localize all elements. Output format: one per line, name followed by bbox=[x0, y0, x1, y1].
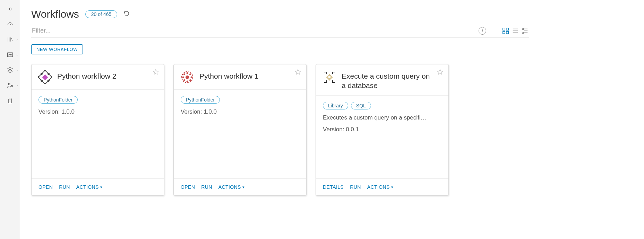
list-icon bbox=[512, 27, 519, 35]
card-grid: Python workflow 2 PythonFolder Version: … bbox=[31, 64, 529, 196]
filter-input[interactable] bbox=[31, 26, 474, 36]
card-header: Execute a custom query on a database bbox=[316, 64, 448, 96]
activity-icon bbox=[7, 51, 14, 58]
favorite-button[interactable] bbox=[294, 69, 301, 77]
workflow-card: Execute a custom query on a database Lib… bbox=[316, 64, 449, 196]
workflow-icon bbox=[38, 70, 52, 85]
view-list-button[interactable] bbox=[512, 27, 519, 35]
info-icon[interactable]: i bbox=[479, 27, 486, 35]
view-toggles bbox=[502, 27, 529, 35]
view-tree-button[interactable] bbox=[521, 27, 529, 35]
card-version: Version: 1.0.0 bbox=[38, 108, 157, 115]
sidebar: › › › › bbox=[0, 0, 20, 239]
svg-point-35 bbox=[183, 79, 185, 81]
svg-point-27 bbox=[186, 76, 189, 79]
svg-point-2 bbox=[8, 83, 10, 85]
chevrons-right-icon bbox=[7, 6, 13, 12]
svg-rect-11 bbox=[522, 28, 524, 29]
nav-inventory[interactable] bbox=[0, 93, 20, 108]
tag[interactable]: SQL bbox=[351, 102, 371, 109]
svg-point-32 bbox=[189, 73, 191, 75]
svg-rect-7 bbox=[506, 31, 508, 33]
filter-row: i bbox=[31, 26, 529, 37]
workflow-card: Python workflow 1 PythonFolder Version: … bbox=[173, 64, 307, 196]
svg-point-31 bbox=[191, 77, 192, 78]
card-body: PythonFolder Version: 1.0.0 bbox=[174, 90, 306, 178]
right-spacer bbox=[540, 0, 644, 239]
svg-point-34 bbox=[189, 79, 191, 81]
main-content: Workflows 20 of 465 i NEW WORKFLOW bbox=[20, 0, 540, 239]
chevron-down-icon: ▾ bbox=[100, 185, 102, 189]
tag[interactable]: PythonFolder bbox=[181, 96, 220, 104]
view-grid-button[interactable] bbox=[502, 27, 509, 35]
card-footer: OPEN RUN ACTIONS ▾ bbox=[174, 178, 306, 195]
nav-dashboard[interactable] bbox=[0, 17, 20, 32]
grid-icon bbox=[502, 27, 509, 35]
card-body: PythonFolder Version: 1.0.0 bbox=[32, 90, 164, 178]
chevron-right-icon: › bbox=[17, 68, 18, 72]
tag[interactable]: PythonFolder bbox=[38, 96, 78, 104]
star-icon bbox=[152, 69, 159, 76]
details-button[interactable]: DETAILS bbox=[323, 184, 344, 190]
card-footer: OPEN RUN ACTIONS ▾ bbox=[32, 178, 164, 195]
actions-label: ACTIONS bbox=[76, 184, 99, 190]
favorite-button[interactable] bbox=[152, 69, 159, 77]
workflow-card: Python workflow 2 PythonFolder Version: … bbox=[31, 64, 164, 196]
svg-rect-5 bbox=[506, 28, 508, 30]
favorite-button[interactable] bbox=[437, 69, 444, 77]
svg-point-30 bbox=[182, 77, 184, 78]
run-button[interactable]: RUN bbox=[350, 184, 361, 190]
actions-menu-button[interactable]: ACTIONS ▾ bbox=[367, 184, 393, 190]
tag-list: PythonFolder bbox=[181, 96, 299, 104]
tag[interactable]: Library bbox=[323, 102, 348, 109]
run-button[interactable]: RUN bbox=[59, 184, 70, 190]
card-version: Version: 0.0.1 bbox=[323, 126, 441, 133]
stack-icon bbox=[7, 67, 14, 73]
svg-rect-1 bbox=[7, 53, 12, 57]
gauge-icon bbox=[7, 21, 14, 28]
refresh-button[interactable] bbox=[123, 10, 130, 18]
actions-label: ACTIONS bbox=[218, 184, 241, 190]
actions-menu-button[interactable]: ACTIONS ▾ bbox=[76, 184, 102, 190]
card-title: Python workflow 1 bbox=[199, 70, 265, 81]
svg-rect-12 bbox=[522, 32, 524, 33]
card-title: Python workflow 2 bbox=[57, 70, 123, 81]
actions-menu-button[interactable]: ACTIONS ▾ bbox=[218, 184, 244, 190]
nav-assets[interactable]: › bbox=[0, 62, 20, 78]
workflow-icon bbox=[180, 70, 195, 85]
chevron-down-icon: ▾ bbox=[391, 185, 393, 189]
actions-label: ACTIONS bbox=[367, 184, 390, 190]
tag-list: PythonFolder bbox=[38, 96, 157, 104]
expand-sidebar-button[interactable] bbox=[0, 4, 20, 17]
card-title: Execute a custom query on a database bbox=[342, 70, 442, 90]
nav-library[interactable]: › bbox=[0, 32, 20, 47]
svg-rect-17 bbox=[42, 74, 48, 80]
header-row: Workflows 20 of 465 bbox=[31, 8, 529, 20]
refresh-icon bbox=[123, 10, 130, 17]
svg-point-28 bbox=[187, 72, 188, 74]
svg-point-33 bbox=[183, 73, 185, 75]
svg-point-0 bbox=[10, 25, 10, 25]
star-icon bbox=[294, 69, 301, 76]
card-header: Python workflow 2 bbox=[32, 64, 164, 90]
nav-activity[interactable]: › bbox=[0, 47, 20, 62]
jar-icon bbox=[7, 97, 14, 104]
tree-icon bbox=[521, 27, 529, 35]
card-version: Version: 1.0.0 bbox=[181, 108, 299, 115]
chevron-right-icon: › bbox=[17, 83, 18, 87]
count-badge: 20 of 465 bbox=[85, 10, 117, 18]
chevron-down-icon: ▾ bbox=[242, 185, 244, 189]
page-title: Workflows bbox=[31, 8, 79, 20]
chevron-right-icon: › bbox=[17, 38, 18, 42]
open-button[interactable]: OPEN bbox=[38, 184, 53, 190]
separator bbox=[494, 26, 494, 35]
run-button[interactable]: RUN bbox=[201, 184, 212, 190]
svg-point-29 bbox=[187, 81, 188, 82]
new-workflow-button[interactable]: NEW WORKFLOW bbox=[31, 44, 83, 54]
card-footer: DETAILS RUN ACTIONS ▾ bbox=[316, 178, 448, 195]
star-icon bbox=[437, 69, 444, 76]
open-button[interactable]: OPEN bbox=[181, 184, 195, 190]
nav-admin[interactable]: › bbox=[0, 78, 20, 93]
chevron-right-icon: › bbox=[17, 53, 18, 57]
library-icon bbox=[7, 36, 14, 43]
